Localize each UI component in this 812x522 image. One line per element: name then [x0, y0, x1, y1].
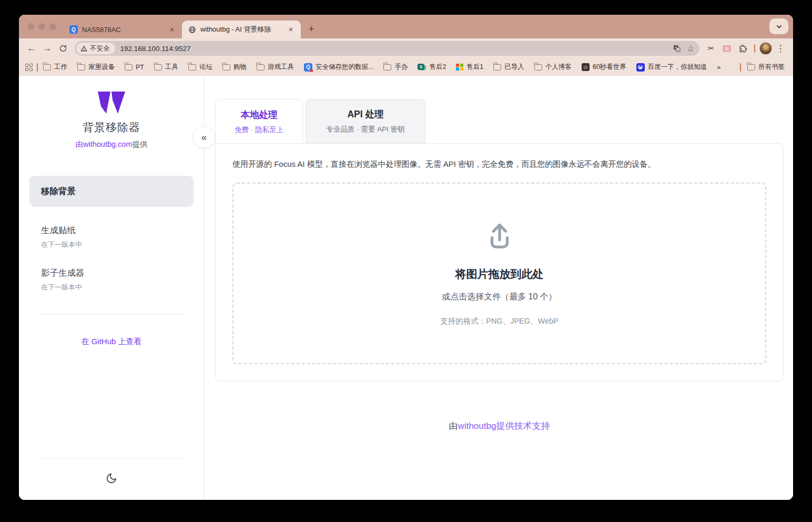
- bookmark-label: 游戏工具: [268, 63, 294, 72]
- sidebar-item-label: 影子生成器: [41, 267, 194, 279]
- folder-icon: [43, 64, 51, 71]
- bookmark-label: PT: [136, 64, 144, 71]
- tv-extension-button[interactable]: [719, 41, 734, 56]
- sidebar-item-shadow-generator[interactable]: 影子生成器 在下一版本中: [29, 267, 194, 292]
- bookmark-folder[interactable]: 家里设备: [77, 63, 115, 72]
- sidebar-item-subtitle: 在下一版本中: [41, 240, 194, 249]
- toolbar-separator: [754, 44, 755, 53]
- sidebar-menu: 移除背景 生成贴纸 在下一版本中 影子生成器 在下一版本中: [19, 176, 204, 292]
- sidebar-item-generate-sticker[interactable]: 生成贴纸 在下一版本中: [29, 225, 194, 249]
- bookmark-60s-world[interactable]: 60秒看世界: [582, 63, 626, 72]
- bookmarks-overflow-button[interactable]: »: [717, 63, 719, 71]
- app-sidebar: « 背景移除器 由withoutbg.com提供 移除背景 生成贴纸 在下一版本…: [19, 76, 205, 500]
- sidebar-collapse-button[interactable]: «: [193, 126, 215, 148]
- main-area: 本地处理 免费 · 隐私至上 API 处理 专业品质 · 需要 API 密钥 使…: [205, 76, 793, 500]
- bookmark-folder[interactable]: 个人博客: [534, 63, 572, 72]
- minimize-window-button[interactable]: [38, 23, 45, 30]
- tab-local-processing[interactable]: 本地处理 免费 · 隐私至上: [215, 99, 303, 143]
- close-window-button[interactable]: [27, 23, 34, 30]
- image-dropzone[interactable]: 将图片拖放到此处 或点击选择文件（最多 10 个） 支持的格式：PNG、JPEG…: [232, 183, 766, 364]
- app-byline: 由withoutbg.com提供: [76, 139, 148, 149]
- bookmarks-bar: 工作 家里设备 PT 工具 论坛 购物 游戏工具 Q 安全储存您的数据... 手…: [19, 58, 793, 76]
- reload-button[interactable]: [56, 41, 70, 56]
- translate-button[interactable]: 文 A: [670, 42, 684, 55]
- bookmark-folder[interactable]: 购物: [222, 63, 247, 72]
- footer-link[interactable]: withoutbg提供技术支持: [458, 421, 550, 431]
- bookmark-folder[interactable]: 游戏工具: [257, 63, 294, 72]
- forward-button[interactable]: →: [40, 41, 55, 56]
- bookmark-label: 工作: [54, 63, 67, 72]
- github-link[interactable]: 在 GitHub 上查看: [81, 337, 141, 347]
- sidebar-item-label: 生成贴纸: [41, 225, 194, 236]
- bookmark-star-button[interactable]: ☆: [684, 42, 697, 55]
- footer-prefix: 由: [449, 421, 458, 431]
- qnap-icon: Q: [304, 63, 312, 72]
- sidebar-item-remove-background[interactable]: 移除背景: [29, 176, 194, 207]
- tab-search-button[interactable]: [769, 18, 788, 34]
- dropzone-subline: 或点击选择文件（最多 10 个）: [442, 292, 557, 303]
- tab-api-processing[interactable]: API 处理 专业品质 · 需要 API 密钥: [306, 99, 425, 143]
- folder-icon: [534, 64, 542, 71]
- folder-icon: [747, 64, 755, 71]
- upload-icon: [483, 220, 516, 253]
- close-tab-icon[interactable]: ×: [167, 25, 177, 34]
- panel-description: 使用开源的 Focus AI 模型，直接在浏览器中处理图像。无需 API 密钥，…: [232, 159, 766, 169]
- translate-icon: 文 A: [673, 44, 681, 53]
- cat-icon: [582, 63, 590, 71]
- folder-icon: [257, 64, 265, 71]
- folder-icon: [154, 64, 162, 71]
- browser-menu-button[interactable]: ⋮: [773, 41, 788, 56]
- globe-favicon-icon: [188, 26, 196, 34]
- bookmark-microsoft[interactable]: 售后1: [456, 63, 483, 72]
- bookmark-folder[interactable]: 工具: [154, 63, 178, 72]
- bookmark-folder[interactable]: 工作: [43, 63, 67, 72]
- bookmark-qnap[interactable]: Q 安全储存您的数据...: [304, 63, 373, 72]
- sharepoint-icon: S: [418, 63, 426, 72]
- bookmark-folder[interactable]: 论坛: [188, 63, 212, 72]
- all-bookmarks-button[interactable]: 所有书签: [747, 63, 785, 72]
- bookmark-folder[interactable]: 已导入: [493, 63, 524, 72]
- warning-triangle-icon: [80, 45, 87, 52]
- bookmark-baidu[interactable]: 百度一下，你就知道: [636, 63, 707, 72]
- browser-window: Q NAS5878AC × withoutbg - AI 背景移除 × + ← …: [19, 15, 793, 500]
- url-text[interactable]: 192.168.100.114:9527: [120, 45, 671, 53]
- bookmark-folder[interactable]: 手办: [383, 63, 408, 72]
- dropzone-formats: 支持的格式：PNG、JPEG、WebP: [440, 316, 559, 326]
- page-footer: 由withoutbg提供技术支持: [215, 420, 784, 432]
- tv-icon: [723, 45, 731, 52]
- apps-grid-icon[interactable]: [25, 64, 33, 71]
- profile-avatar[interactable]: [759, 42, 772, 55]
- tab-title: 本地处理: [241, 108, 278, 121]
- moon-icon: [106, 473, 117, 484]
- bookmark-label: 安全储存您的数据...: [316, 63, 373, 72]
- bookmark-sharepoint[interactable]: S 售后2: [418, 63, 446, 72]
- folder-icon: [493, 64, 501, 71]
- site-security-chip[interactable]: 不安全: [76, 43, 115, 54]
- back-button[interactable]: ←: [24, 41, 39, 56]
- byline-suffix: 提供: [133, 140, 148, 148]
- svg-text:A: A: [677, 48, 679, 52]
- bookmark-label: 工具: [165, 63, 178, 72]
- sidebar-divider: [38, 314, 185, 315]
- tab-strip: Q NAS5878AC × withoutbg - AI 背景移除 × +: [19, 15, 793, 38]
- tab-subtitle: 免费 · 隐私至上: [235, 125, 283, 135]
- byline-link[interactable]: withoutbg.com: [83, 140, 133, 148]
- zoom-window-button[interactable]: [49, 23, 56, 30]
- browser-tab-nas[interactable]: Q NAS5878AC ×: [63, 21, 182, 38]
- dark-mode-toggle[interactable]: [106, 473, 117, 486]
- folder-icon: [383, 64, 391, 71]
- bookmark-label: 百度一下，你就知道: [648, 63, 707, 72]
- close-tab-icon[interactable]: ×: [286, 25, 296, 34]
- window-controls[interactable]: [27, 23, 56, 30]
- tab-title: API 处理: [347, 108, 383, 121]
- new-tab-button[interactable]: +: [304, 22, 319, 36]
- screenshot-extension-button[interactable]: ✂: [704, 41, 718, 56]
- bookmark-folder[interactable]: PT: [125, 64, 144, 71]
- app-title: 背景移除器: [83, 120, 140, 135]
- address-bar[interactable]: 不安全 192.168.100.114:9527 文 A ☆: [75, 41, 699, 56]
- tab-title: withoutbg - AI 背景移除: [200, 25, 282, 34]
- all-bookmarks-separator: [740, 63, 741, 72]
- extensions-button[interactable]: [735, 41, 750, 56]
- browser-tab-withoutbg[interactable]: withoutbg - AI 背景移除 ×: [182, 21, 301, 38]
- dropzone-headline: 将图片拖放到此处: [455, 267, 544, 282]
